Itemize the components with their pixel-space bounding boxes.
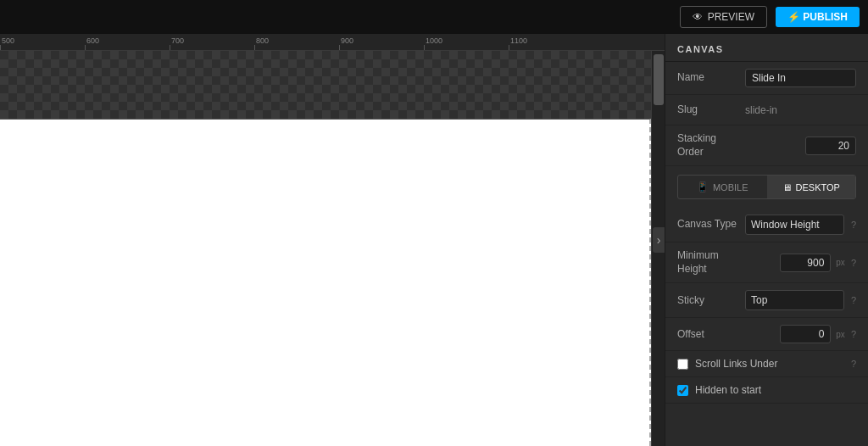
min-height-label: Minimum Height (677, 249, 745, 276)
min-height-row: Minimum Height px ? (665, 243, 868, 283)
sticky-row: Sticky Top Bottom None ? (665, 283, 868, 318)
desktop-label: DESKTOP (796, 182, 840, 192)
hidden-to-start-checkbox[interactable] (677, 385, 688, 396)
canvas-type-help-icon: ? (851, 220, 856, 230)
white-canvas[interactable] (0, 119, 651, 446)
canvas-type-row: Canvas Type Window Height Fixed Height A… (665, 208, 868, 243)
offset-label: Offset (677, 328, 745, 342)
desktop-icon: 🖥 (782, 182, 792, 192)
slug-value-text: slide-in (745, 104, 856, 116)
offset-input[interactable] (780, 325, 831, 343)
min-height-input[interactable] (780, 254, 831, 272)
canvas-type-label: Canvas Type (677, 218, 745, 231)
mobile-label: MOBILE (713, 182, 748, 192)
right-panel: CANVAS Name Slug slide-in Stacking Order… (665, 34, 868, 446)
canvas-type-select[interactable]: Window Height Fixed Height Auto Height (745, 215, 844, 235)
name-value (745, 69, 856, 87)
canvas-viewport[interactable] (0, 51, 665, 446)
name-input[interactable] (745, 69, 856, 87)
checkered-background (0, 51, 651, 119)
canvas-type-select-wrap: Window Height Fixed Height Auto Height ? (745, 215, 856, 235)
scroll-links-checkbox[interactable] (677, 359, 688, 370)
min-height-unit: px (836, 258, 845, 267)
offset-unit: px (836, 330, 845, 339)
sticky-select[interactable]: Top Bottom None (745, 290, 844, 310)
top-bar: 👁 PREVIEW ⚡ PUBLISH (0, 0, 868, 34)
canvas-area: 500 600 700 800 900 (0, 34, 665, 446)
desktop-button[interactable]: 🖥 DESKTOP (767, 176, 856, 198)
slug-row: Slug slide-in (665, 95, 868, 125)
name-label: Name (677, 71, 745, 85)
hidden-to-start-row: Hidden to start (665, 377, 868, 404)
scroll-links-help-icon: ? (851, 359, 856, 369)
eye-icon: 👁 (693, 11, 703, 23)
offset-input-wrap: px ? (780, 325, 856, 343)
publish-button[interactable]: ⚡ PUBLISH (776, 7, 860, 27)
device-toggle: 📱 MOBILE 🖥 DESKTOP (677, 175, 856, 199)
stacking-label: Stacking Order (677, 132, 745, 159)
stacking-input-wrap (805, 137, 856, 155)
scroll-links-row: Scroll Links Under ? (665, 351, 868, 377)
stacking-row: Stacking Order (665, 125, 868, 166)
min-height-help-icon: ? (851, 258, 856, 268)
mobile-icon: 📱 (697, 181, 709, 192)
panel-section-title: CANVAS (665, 34, 868, 62)
slug-label: Slug (677, 103, 745, 117)
name-row: Name (665, 62, 868, 95)
ruler: 500 600 700 800 900 (0, 34, 665, 51)
preview-button[interactable]: 👁 PREVIEW (680, 6, 767, 28)
scroll-links-label: Scroll Links Under (695, 358, 777, 370)
panel-collapse-handle[interactable] (653, 227, 665, 253)
offset-row: Offset px ? (665, 318, 868, 351)
hidden-to-start-label: Hidden to start (695, 384, 761, 396)
sticky-help-icon: ? (851, 295, 856, 305)
preview-label: PREVIEW (708, 11, 754, 23)
sticky-select-wrap: Top Bottom None ? (745, 290, 856, 310)
publish-label: ⚡ PUBLISH (787, 11, 848, 23)
mobile-button[interactable]: 📱 MOBILE (678, 176, 767, 198)
stacking-input[interactable] (805, 137, 856, 155)
offset-help-icon: ? (851, 329, 856, 339)
scrollbar-handle[interactable] (654, 54, 664, 105)
sticky-label: Sticky (677, 294, 745, 308)
main-area: 500 600 700 800 900 (0, 34, 868, 446)
min-height-input-wrap: px ? (780, 254, 856, 272)
